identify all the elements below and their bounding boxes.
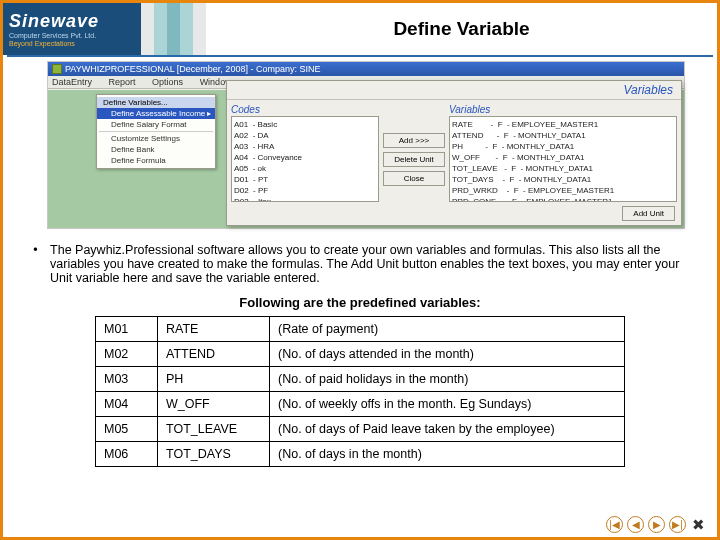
delete-unit-button[interactable]: Delete Unit [383,152,445,167]
dialog-footer: Add Unit [227,206,681,223]
window-title: PAYWHIZPROFESSIONAL [December, 2008] - C… [65,64,320,74]
bullet-paragraph: • The Paywhiz.Professional software allo… [33,243,687,285]
nav-first-icon[interactable]: |◀ [606,516,623,533]
close-button[interactable]: Close [383,171,445,186]
context-menu-item[interactable]: Define Assessable Income [97,108,215,119]
add-button[interactable]: Add >>> [383,133,445,148]
cell-desc: (Rate of payment) [270,317,625,342]
cell-code: M02 [96,342,158,367]
menu-options[interactable]: Options [152,77,183,87]
table-caption: Following are the predefined variables: [33,285,687,316]
variables-label: Variables [449,104,677,116]
menu-separator [99,131,213,132]
predefined-variables-table: M01 RATE (Rate of payment) M02 ATTEND (N… [95,316,625,467]
brand-title: Sinewave [9,11,135,32]
context-menu-item[interactable]: Define Formula [97,155,215,166]
brand-logo: Sinewave Computer Services Pvt. Ltd. Bey… [3,3,141,55]
cell-code: M03 [96,367,158,392]
variables-panel: Variables RATE - F - EMPLOYEE_MASTER1 AT… [449,104,677,202]
context-menu-header[interactable]: Define Variables... [97,97,215,108]
table-row: M01 RATE (Rate of payment) [96,317,625,342]
cell-var: PH [158,367,270,392]
dialog-title: Variables [227,81,681,100]
nav-last-icon[interactable]: ▶| [669,516,686,533]
context-menu-item[interactable]: Define Bank [97,144,215,155]
cell-desc: (No. of days of Paid leave taken by the … [270,417,625,442]
codes-label: Codes [231,104,379,116]
cell-desc: (No. of days in the month) [270,442,625,467]
cell-desc: (No. of days attended in the month) [270,342,625,367]
workspace: Define Variables... Define Assessable In… [48,90,684,228]
add-unit-button[interactable]: Add Unit [622,206,675,221]
context-menu-item[interactable]: Customize Settings [97,133,215,144]
codes-panel: Codes A01 - Basic A02 - DA A03 - HRA A04… [231,104,379,202]
paragraph-text: The Paywhiz.Professional software allows… [50,243,687,285]
page-title: Define Variable [393,18,529,40]
nav-close-icon[interactable]: ✖ [690,516,707,533]
nav-next-icon[interactable]: ▶ [648,516,665,533]
context-menu: Define Variables... Define Assessable In… [96,94,216,169]
bullet-icon: • [33,243,38,285]
cell-var: RATE [158,317,270,342]
cell-var: TOT_DAYS [158,442,270,467]
cell-var: TOT_LEAVE [158,417,270,442]
content: • The Paywhiz.Professional software allo… [3,237,717,467]
cell-desc: (No. of weekly offs in the month. Eg Sun… [270,392,625,417]
brand-subtitle: Computer Services Pvt. Ltd. [9,32,135,39]
slide-nav: |◀ ◀ ▶ ▶| ✖ [606,516,707,533]
menu-dataentry[interactable]: DataEntry [52,77,92,87]
table-row: M03 PH (No. of paid holidays in the mont… [96,367,625,392]
nav-prev-icon[interactable]: ◀ [627,516,644,533]
app-screenshot: PAYWHIZPROFESSIONAL [December, 2008] - C… [47,61,685,229]
button-column: Add >>> Delete Unit Close [383,104,445,202]
menu-report[interactable]: Report [109,77,136,87]
decorative-stripes [141,3,206,55]
cell-code: M05 [96,417,158,442]
table-row: M05 TOT_LEAVE (No. of days of Paid leave… [96,417,625,442]
page-title-wrap: Define Variable [206,3,717,55]
table-row: M04 W_OFF (No. of weekly offs in the mon… [96,392,625,417]
dialog-body: Codes A01 - Basic A02 - DA A03 - HRA A04… [227,100,681,206]
cell-desc: (No. of paid holidays in the month) [270,367,625,392]
cell-code: M01 [96,317,158,342]
cell-code: M04 [96,392,158,417]
variables-listbox[interactable]: RATE - F - EMPLOYEE_MASTER1 ATTEND - F -… [449,116,677,202]
table-row: M02 ATTEND (No. of days attended in the … [96,342,625,367]
table-row: M06 TOT_DAYS (No. of days in the month) [96,442,625,467]
codes-listbox[interactable]: A01 - Basic A02 - DA A03 - HRA A04 - Con… [231,116,379,202]
context-menu-item[interactable]: Define Salary Format [97,119,215,130]
window-titlebar: PAYWHIZPROFESSIONAL [December, 2008] - C… [48,62,684,76]
cell-code: M06 [96,442,158,467]
app-icon [52,64,62,74]
variables-dialog: Variables Codes A01 - Basic A02 - DA A03… [226,80,682,226]
header-rule [7,55,713,57]
header: Sinewave Computer Services Pvt. Ltd. Bey… [3,3,717,55]
cell-var: ATTEND [158,342,270,367]
cell-var: W_OFF [158,392,270,417]
brand-tagline: Beyond Expectations [9,40,135,47]
